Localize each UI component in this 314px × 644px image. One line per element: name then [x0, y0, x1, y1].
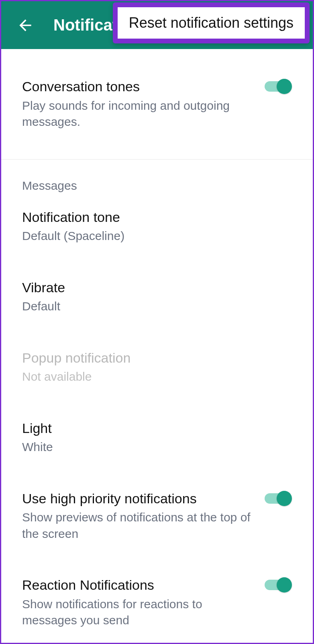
back-button[interactable] — [13, 13, 37, 37]
overflow-menu-popup: Reset notification settings — [113, 2, 310, 43]
vibrate-value: Default — [22, 298, 284, 315]
vibrate-row[interactable]: Vibrate Default — [22, 268, 292, 326]
conversation-tones-toggle[interactable] — [265, 79, 292, 94]
high-priority-subtitle: Show previews of notifications at the to… — [22, 509, 257, 542]
notification-tone-value: Default (Spaceline) — [22, 228, 284, 244]
notification-tone-row[interactable]: Notification tone Default (Spaceline) — [22, 197, 292, 256]
conversation-tones-title: Conversation tones — [22, 78, 257, 95]
high-priority-title: Use high priority notifications — [22, 490, 257, 507]
reaction-notifications-subtitle: Show notifications for reactions to mess… — [22, 596, 257, 629]
popup-notification-value: Not available — [22, 369, 284, 385]
high-priority-row[interactable]: Use high priority notifications Show pre… — [22, 479, 292, 554]
high-priority-toggle[interactable] — [265, 491, 292, 506]
light-row[interactable]: Light White — [22, 408, 292, 467]
reaction-notifications-title: Reaction Notifications — [22, 576, 257, 594]
conversation-tones-row[interactable]: Conversation tones Play sounds for incom… — [1, 49, 313, 160]
light-title: Light — [22, 420, 284, 437]
conversation-tones-subtitle: Play sounds for incoming and outgoing me… — [22, 98, 257, 130]
reset-notification-settings-menu-item[interactable]: Reset notification settings — [129, 14, 294, 31]
vibrate-title: Vibrate — [22, 279, 284, 296]
settings-list: Conversation tones Play sounds for incom… — [1, 49, 313, 644]
popup-notification-title: Popup notification — [22, 349, 284, 367]
back-arrow-icon — [16, 16, 34, 34]
popup-notification-row: Popup notification Not available — [22, 338, 292, 396]
reaction-notifications-toggle[interactable] — [265, 577, 292, 593]
light-value: White — [22, 439, 284, 455]
reaction-notifications-row[interactable]: Reaction Notifications Show notification… — [22, 565, 292, 644]
messages-section-header: Messages — [1, 160, 313, 197]
notification-tone-title: Notification tone — [22, 209, 284, 226]
